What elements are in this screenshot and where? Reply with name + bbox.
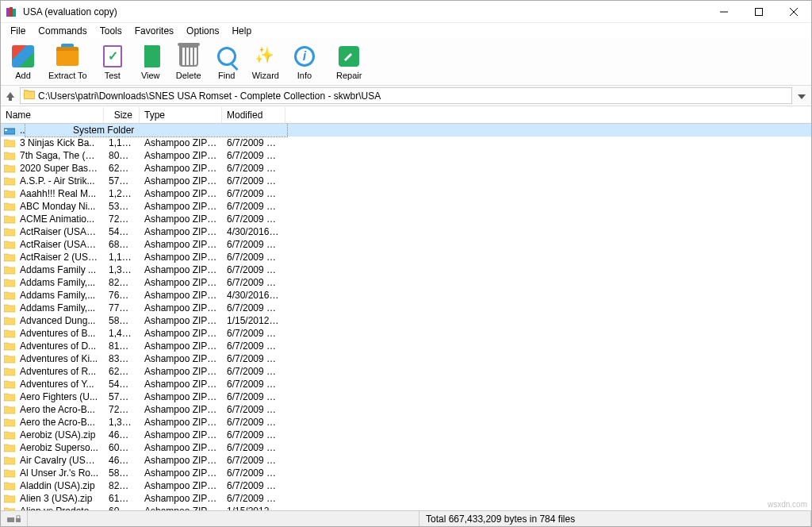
file-row[interactable]: Alien vs Predato...602,505Ashampoo ZIP f… (1, 505, 811, 510)
file-modified: 6/7/2009 6:37 ... (222, 213, 285, 225)
file-modified: 6/7/2009 6:37 ... (222, 264, 285, 276)
file-row[interactable]: 3 Ninjas Kick Ba..1,118,042Ashampoo ZIP … (1, 137, 811, 149)
path-input[interactable]: C:\Users\patri\Downloads\SNES USA Romset… (20, 87, 792, 104)
window-controls (707, 1, 811, 23)
tool-repair[interactable]: Repair (330, 42, 368, 83)
file-name: ABC Monday Ni... (15, 200, 104, 213)
file-modified: 6/7/2009 6:37 ... (222, 175, 285, 187)
menu-options[interactable]: Options (180, 24, 225, 38)
column-name[interactable]: Name (1, 107, 104, 123)
file-row[interactable]: Addams Family ...1,392,265Ashampoo ZIP f… (1, 264, 811, 276)
file-size: 576,501 (104, 390, 140, 403)
file-name: Alien vs Predato... (15, 505, 104, 510)
column-size[interactable]: Size (104, 107, 140, 123)
file-type: Ashampoo ZIP file (140, 251, 222, 264)
file-type: Ashampoo ZIP file (140, 441, 222, 454)
file-modified: 6/7/2009 6:38 ... (222, 467, 285, 479)
file-row[interactable]: Adventures of Y...547,456Ashampoo ZIP fi… (1, 378, 811, 390)
file-row[interactable]: 2020 Super Base...623,628Ashampoo ZIP fi… (1, 162, 811, 175)
zip-icon (1, 443, 15, 452)
tool-view[interactable]: View (132, 42, 170, 83)
file-list[interactable]: .. System Folder 3 Ninjas Kick Ba..1,118… (1, 124, 811, 510)
file-row[interactable]: Aero the Acro-B...722,316Ashampoo ZIP fi… (1, 403, 811, 416)
file-size: 1,118,042 (104, 137, 140, 149)
menu-commands[interactable]: Commands (32, 24, 93, 38)
menu-favorites[interactable]: Favorites (128, 24, 180, 38)
file-row[interactable]: Aero Fighters (U...576,501Ashampoo ZIP f… (1, 390, 811, 403)
file-row[interactable]: Aladdin (USA).zip825,030Ashampoo ZIP fil… (1, 479, 811, 492)
file-size: 722,316 (104, 403, 140, 416)
disk-icon (7, 515, 14, 523)
file-size: 1,297,120 (104, 187, 140, 200)
file-row[interactable]: Adventures of D...814,309Ashampoo ZIP fi… (1, 340, 811, 352)
file-name: Addams Family ... (15, 264, 104, 276)
file-row[interactable]: ACME Animatio...724,024Ashampoo ZIP file… (1, 213, 811, 225)
file-row[interactable]: Addams Family,...762,252Ashampoo ZIP fil… (1, 289, 811, 302)
file-name: Adventures of Y... (15, 378, 104, 390)
file-name: Advanced Dung... (15, 314, 104, 327)
file-row[interactable]: ActRaiser (USA)....685,275Ashampoo ZIP f… (1, 238, 811, 251)
menu-tools[interactable]: Tools (94, 24, 128, 38)
column-type[interactable]: Type (140, 107, 222, 123)
file-row[interactable]: ActRaiser 2 (USA...1,108,505Ashampoo ZIP… (1, 251, 811, 264)
file-row[interactable]: Adventures of B...1,425,979Ashampoo ZIP … (1, 327, 811, 340)
file-row[interactable]: Addams Family,...824,293Ashampoo ZIP fil… (1, 276, 811, 289)
path-dropdown-button[interactable] (795, 90, 808, 102)
up-button[interactable] (4, 90, 17, 102)
file-name: Aero Fighters (U... (15, 390, 104, 403)
file-name: 3 Ninjas Kick Ba.. (15, 137, 104, 149)
tool-extract[interactable]: Extract To (42, 42, 94, 83)
tool-delete[interactable]: Delete (170, 42, 208, 83)
file-row[interactable]: A.S.P. - Air Strik...577,798Ashampoo ZIP… (1, 175, 811, 187)
file-row[interactable]: Adventures of R...627,746Ashampoo ZIP fi… (1, 365, 811, 378)
zip-icon (1, 138, 15, 148)
file-type: Ashampoo ZIP file (140, 429, 222, 441)
file-row[interactable]: ActRaiser (USA) ...541,864Ashampoo ZIP f… (1, 225, 811, 238)
file-row[interactable]: Addams Family,...776,097Ashampoo ZIP fil… (1, 302, 811, 314)
file-modified: 6/7/2009 6:37 ... (222, 200, 285, 213)
folder-icon (24, 90, 35, 102)
file-size: 466,506 (104, 429, 140, 441)
tool-test[interactable]: Test (94, 42, 132, 83)
file-row[interactable]: Aero the Acro-B...1,362,710Ashampoo ZIP … (1, 416, 811, 429)
file-row[interactable]: Aaahh!!! Real M...1,297,120Ashampoo ZIP … (1, 187, 811, 200)
file-row[interactable]: Aerobiz (USA).zip466,506Ashampoo ZIP fil… (1, 429, 811, 441)
zip-icon (1, 189, 15, 198)
titlebar: USA (evaluation copy) (1, 1, 811, 23)
svg-rect-4 (756, 8, 763, 15)
zip-icon (1, 354, 15, 364)
file-size: 611,236 (104, 492, 140, 505)
svg-rect-8 (5, 129, 7, 131)
zip-icon (1, 176, 15, 186)
tool-info[interactable]: iInfo (285, 42, 324, 83)
zip-icon (1, 341, 15, 351)
file-size: 541,864 (104, 225, 140, 238)
file-row[interactable]: Air Cavalry (USA...468,816Ashampoo ZIP f… (1, 454, 811, 467)
repair-icon (336, 44, 362, 69)
file-size: 589,273 (104, 314, 140, 327)
file-size: 627,746 (104, 365, 140, 378)
file-row[interactable]: Al Unser Jr.'s Ro...583,618Ashampoo ZIP … (1, 467, 811, 479)
file-type: Ashampoo ZIP file (140, 492, 222, 505)
tool-add[interactable]: Add (4, 42, 42, 83)
file-row[interactable]: Alien 3 (USA).zip611,236Ashampoo ZIP fil… (1, 492, 811, 505)
file-row[interactable]: 7th Saga, The (U...808,296Ashampoo ZIP f… (1, 149, 811, 162)
minimize-button[interactable] (707, 1, 741, 23)
file-row[interactable]: Advanced Dung...589,273Ashampoo ZIP file… (1, 314, 811, 327)
pathbar: C:\Users\patri\Downloads\SNES USA Romset… (1, 86, 811, 106)
tool-find[interactable]: Find (208, 42, 246, 83)
parent-folder-row[interactable]: .. System Folder (1, 124, 811, 137)
file-type: Ashampoo ZIP file (140, 225, 222, 238)
file-row[interactable]: Aerobiz Superso...604,774Ashampoo ZIP fi… (1, 441, 811, 454)
parent-label: System Folder (25, 124, 288, 137)
file-type: Ashampoo ZIP file (140, 200, 222, 213)
file-row[interactable]: Adventures of Ki...831,397Ashampoo ZIP f… (1, 352, 811, 365)
maximize-button[interactable] (741, 1, 776, 23)
file-row[interactable]: ABC Monday Ni...533,568Ashampoo ZIP file… (1, 200, 811, 213)
close-button[interactable] (776, 1, 811, 23)
tool-wizard[interactable]: Wizard (246, 42, 285, 83)
file-modified: 6/7/2009 6:37 ... (222, 162, 285, 175)
menu-file[interactable]: File (4, 24, 32, 38)
column-modified[interactable]: Modified (222, 107, 285, 123)
menu-help[interactable]: Help (225, 24, 258, 38)
